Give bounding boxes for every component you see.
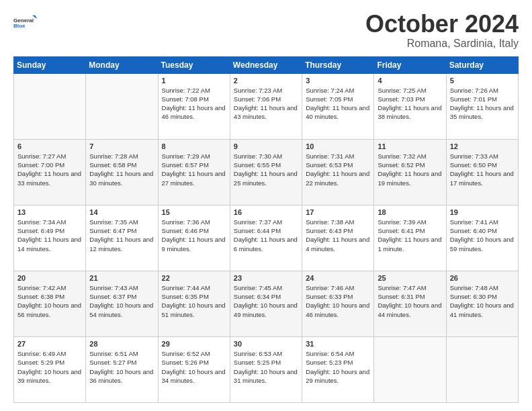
- day-number: 30: [234, 340, 298, 348]
- logo-svg: General Blue: [13, 11, 38, 35]
- day-info: Sunrise: 7:39 AMSunset: 6:41 PMDaylight:…: [378, 218, 442, 253]
- day-number: 22: [162, 274, 226, 282]
- calendar-cell: 11Sunrise: 7:32 AMSunset: 6:52 PMDayligh…: [374, 139, 446, 205]
- day-info: Sunrise: 7:31 AMSunset: 6:53 PMDaylight:…: [306, 152, 370, 187]
- day-info: Sunrise: 6:52 AMSunset: 5:26 PMDaylight:…: [162, 349, 226, 385]
- calendar-week-row: 13Sunrise: 7:34 AMSunset: 6:49 PMDayligh…: [14, 205, 519, 271]
- calendar-cell: 6Sunrise: 7:27 AMSunset: 7:00 PMDaylight…: [14, 139, 86, 205]
- day-info: Sunrise: 7:36 AMSunset: 6:46 PMDaylight:…: [162, 218, 226, 253]
- day-info: Sunrise: 7:28 AMSunset: 6:58 PMDaylight:…: [89, 152, 154, 187]
- day-number: 31: [306, 340, 370, 348]
- calendar-cell: 10Sunrise: 7:31 AMSunset: 6:53 PMDayligh…: [302, 139, 374, 205]
- day-number: 7: [89, 142, 154, 150]
- calendar-cell: 18Sunrise: 7:39 AMSunset: 6:41 PMDayligh…: [374, 205, 446, 271]
- day-info: Sunrise: 7:33 AMSunset: 6:50 PMDaylight:…: [450, 152, 515, 187]
- weekday-header: Wednesday: [230, 56, 302, 73]
- calendar-cell: 29Sunrise: 6:52 AMSunset: 5:26 PMDayligh…: [158, 336, 230, 402]
- day-number: 12: [450, 142, 515, 150]
- calendar-cell: 7Sunrise: 7:28 AMSunset: 6:58 PMDaylight…: [86, 139, 158, 205]
- calendar-cell: 28Sunrise: 6:51 AMSunset: 5:27 PMDayligh…: [86, 336, 158, 402]
- day-number: 25: [378, 274, 442, 282]
- calendar-week-row: 20Sunrise: 7:42 AMSunset: 6:38 PMDayligh…: [14, 271, 519, 336]
- calendar-cell: 15Sunrise: 7:36 AMSunset: 6:46 PMDayligh…: [158, 205, 230, 271]
- logo: General Blue: [13, 11, 38, 35]
- day-number: 3: [306, 77, 370, 85]
- calendar-week-row: 27Sunrise: 6:49 AMSunset: 5:29 PMDayligh…: [14, 336, 519, 402]
- day-info: Sunrise: 7:38 AMSunset: 6:43 PMDaylight:…: [306, 218, 370, 253]
- calendar-cell: 14Sunrise: 7:35 AMSunset: 6:47 PMDayligh…: [86, 205, 158, 271]
- calendar-cell: 30Sunrise: 6:53 AMSunset: 5:25 PMDayligh…: [230, 336, 302, 402]
- weekday-header: Saturday: [446, 56, 518, 73]
- calendar-cell: 17Sunrise: 7:38 AMSunset: 6:43 PMDayligh…: [302, 205, 374, 271]
- day-number: 18: [378, 208, 442, 216]
- page: General Blue October 2024 Romana, Sardin…: [0, 0, 532, 411]
- day-info: Sunrise: 6:51 AMSunset: 5:27 PMDaylight:…: [89, 349, 154, 385]
- header: General Blue October 2024 Romana, Sardin…: [13, 11, 519, 50]
- day-info: Sunrise: 7:43 AMSunset: 6:37 PMDaylight:…: [89, 283, 154, 319]
- day-info: Sunrise: 6:53 AMSunset: 5:25 PMDaylight:…: [234, 349, 298, 385]
- day-info: Sunrise: 7:46 AMSunset: 6:33 PMDaylight:…: [306, 283, 370, 319]
- calendar-cell: [14, 73, 86, 139]
- day-info: Sunrise: 7:41 AMSunset: 6:40 PMDaylight:…: [450, 218, 515, 253]
- day-number: 23: [234, 274, 298, 282]
- calendar-cell: 2Sunrise: 7:23 AMSunset: 7:06 PMDaylight…: [230, 73, 302, 139]
- day-info: Sunrise: 6:49 AMSunset: 5:29 PMDaylight:…: [17, 349, 82, 385]
- calendar-cell: 5Sunrise: 7:26 AMSunset: 7:01 PMDaylight…: [446, 73, 518, 139]
- day-number: 8: [162, 142, 226, 150]
- calendar-table: SundayMondayTuesdayWednesdayThursdayFrid…: [13, 56, 519, 403]
- day-number: 28: [89, 340, 154, 348]
- calendar-cell: 12Sunrise: 7:33 AMSunset: 6:50 PMDayligh…: [446, 139, 518, 205]
- day-info: Sunrise: 7:27 AMSunset: 7:00 PMDaylight:…: [17, 152, 82, 187]
- calendar-cell: 26Sunrise: 7:48 AMSunset: 6:30 PMDayligh…: [446, 271, 518, 336]
- day-number: 16: [234, 208, 298, 216]
- day-number: 24: [306, 274, 370, 282]
- day-info: Sunrise: 7:26 AMSunset: 7:01 PMDaylight:…: [450, 86, 515, 122]
- day-info: Sunrise: 7:44 AMSunset: 6:35 PMDaylight:…: [162, 283, 226, 319]
- day-number: 14: [89, 208, 154, 216]
- day-number: 29: [162, 340, 226, 348]
- calendar-cell: 22Sunrise: 7:44 AMSunset: 6:35 PMDayligh…: [158, 271, 230, 336]
- day-number: 13: [17, 208, 82, 216]
- day-info: Sunrise: 7:47 AMSunset: 6:31 PMDaylight:…: [378, 283, 442, 319]
- weekday-header: Monday: [86, 56, 158, 73]
- day-number: 26: [450, 274, 515, 282]
- day-info: Sunrise: 7:45 AMSunset: 6:34 PMDaylight:…: [234, 283, 298, 319]
- day-number: 10: [306, 142, 370, 150]
- weekday-header: Tuesday: [158, 56, 230, 73]
- day-number: 1: [162, 77, 226, 85]
- day-info: Sunrise: 7:34 AMSunset: 6:49 PMDaylight:…: [17, 218, 82, 253]
- calendar-cell: 13Sunrise: 7:34 AMSunset: 6:49 PMDayligh…: [14, 205, 86, 271]
- day-number: 5: [450, 77, 515, 85]
- calendar-cell: 31Sunrise: 6:54 AMSunset: 5:23 PMDayligh…: [302, 336, 374, 402]
- day-info: Sunrise: 7:22 AMSunset: 7:08 PMDaylight:…: [162, 86, 226, 122]
- title-block: October 2024 Romana, Sardinia, Italy: [365, 11, 519, 50]
- day-info: Sunrise: 7:32 AMSunset: 6:52 PMDaylight:…: [378, 152, 442, 187]
- day-number: 9: [234, 142, 298, 150]
- day-info: Sunrise: 7:25 AMSunset: 7:03 PMDaylight:…: [378, 86, 442, 122]
- day-info: Sunrise: 7:48 AMSunset: 6:30 PMDaylight:…: [450, 283, 515, 319]
- calendar-cell: 9Sunrise: 7:30 AMSunset: 6:55 PMDaylight…: [230, 139, 302, 205]
- day-number: 20: [17, 274, 82, 282]
- calendar-cell: [374, 336, 446, 402]
- day-info: Sunrise: 7:23 AMSunset: 7:06 PMDaylight:…: [234, 86, 298, 122]
- day-number: 17: [306, 208, 370, 216]
- day-info: Sunrise: 7:30 AMSunset: 6:55 PMDaylight:…: [234, 152, 298, 187]
- svg-text:General: General: [13, 17, 34, 24]
- day-info: Sunrise: 7:37 AMSunset: 6:44 PMDaylight:…: [234, 218, 298, 253]
- calendar-cell: [86, 73, 158, 139]
- calendar-cell: 1Sunrise: 7:22 AMSunset: 7:08 PMDaylight…: [158, 73, 230, 139]
- day-info: Sunrise: 7:42 AMSunset: 6:38 PMDaylight:…: [17, 283, 82, 319]
- calendar-cell: 8Sunrise: 7:29 AMSunset: 6:57 PMDaylight…: [158, 139, 230, 205]
- calendar-cell: 19Sunrise: 7:41 AMSunset: 6:40 PMDayligh…: [446, 205, 518, 271]
- day-info: Sunrise: 7:35 AMSunset: 6:47 PMDaylight:…: [89, 218, 154, 253]
- day-info: Sunrise: 6:54 AMSunset: 5:23 PMDaylight:…: [306, 349, 370, 385]
- weekday-header-row: SundayMondayTuesdayWednesdayThursdayFrid…: [14, 56, 519, 73]
- calendar-cell: 23Sunrise: 7:45 AMSunset: 6:34 PMDayligh…: [230, 271, 302, 336]
- day-info: Sunrise: 7:29 AMSunset: 6:57 PMDaylight:…: [162, 152, 226, 187]
- day-number: 2: [234, 77, 298, 85]
- day-number: 19: [450, 208, 515, 216]
- calendar-cell: 27Sunrise: 6:49 AMSunset: 5:29 PMDayligh…: [14, 336, 86, 402]
- location-subtitle: Romana, Sardinia, Italy: [365, 38, 519, 50]
- calendar-cell: 24Sunrise: 7:46 AMSunset: 6:33 PMDayligh…: [302, 271, 374, 336]
- calendar-cell: 20Sunrise: 7:42 AMSunset: 6:38 PMDayligh…: [14, 271, 86, 336]
